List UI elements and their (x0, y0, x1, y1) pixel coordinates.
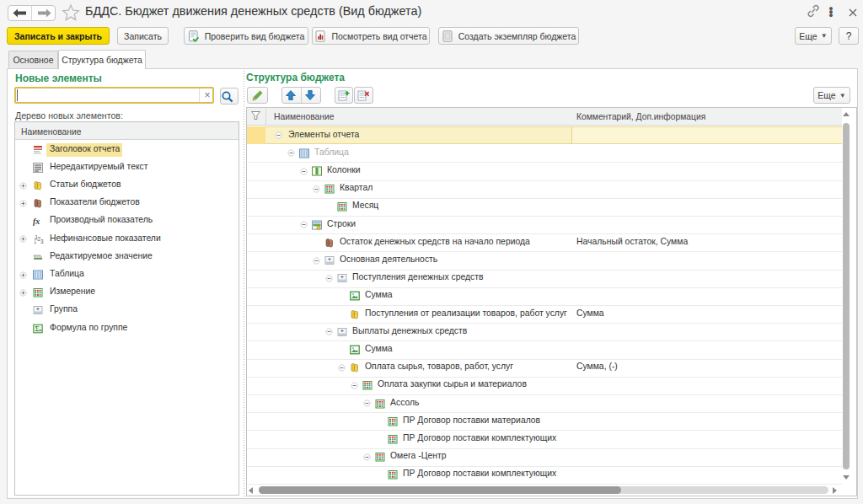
svg-text:Σ: Σ (35, 324, 39, 333)
svg-text:fx: fx (33, 217, 40, 226)
svg-text:3: 3 (40, 239, 44, 244)
